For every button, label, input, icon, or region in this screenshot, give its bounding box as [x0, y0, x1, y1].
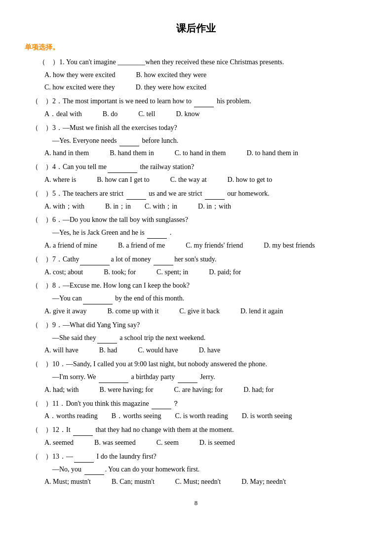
q3-text2: —Yes. Everyone needs before lunch. — [25, 135, 367, 147]
question-3: （ ）3．—Must we finish all the exercises t… — [25, 122, 367, 159]
q9-text: （ ）9．—What did Yang Ying say? — [25, 319, 367, 331]
q4-options: A. where is B. how can I get to C. the w… — [44, 174, 367, 186]
section-label: 单项选择。 — [25, 42, 367, 53]
question-11: （ ）11．Don't you think this magazine ？ A．… — [25, 398, 367, 423]
question-2: （ ）2．The most important is we need to le… — [25, 95, 367, 120]
q12-text: （ ）12．It that they had no change with th… — [25, 424, 367, 436]
q4-text: （ ）4．Can you tell me the railway station… — [25, 161, 367, 173]
q10-text2: —I'm sorry. We a birthday party Jerry. — [25, 371, 367, 383]
question-4: （ ）4．Can you tell me the railway station… — [25, 161, 367, 186]
q3-options: A. hand in them B. hand them in C. to ha… — [44, 147, 367, 159]
q6-text2: —Yes, he is Jack Green and he is . — [25, 227, 367, 239]
q10-text: （ ）10．—Sandy, I called you at 9:00 last … — [25, 358, 367, 370]
q1-options: A. how they were excited B. how excited … — [44, 69, 367, 81]
q11-text: （ ）11．Don't you think this magazine ？ — [25, 398, 367, 410]
q8-text2: —You can by the end of this month. — [25, 293, 367, 304]
question-8: （ ）8．—Excuse me. How long can I keep the… — [25, 280, 367, 317]
q3-text: （ ）3．—Must we finish all the exercises t… — [25, 122, 367, 134]
questions-container: （ ）1. You can't imagine ________when the… — [25, 56, 367, 488]
question-13: （ ）13．— I do the laundry first? —No, you… — [25, 451, 367, 488]
question-7: （ ）7．Cathya lot of money her son's study… — [25, 254, 367, 278]
q5-options: A. with；with B. in；in C. with；in D. in；w… — [44, 201, 367, 213]
q13-options: A. Must; mustn't B. Can; mustn't C. Must… — [44, 476, 367, 488]
question-5: （ ）5．The teachers are strict us and we a… — [25, 188, 367, 213]
question-10: （ ）10．—Sandy, I called you at 9:00 last … — [25, 358, 367, 395]
q9-options: A. will have B. had C. would have D. hav… — [44, 344, 367, 356]
q12-options: A. seemed B. was seemed C. seem D. is se… — [44, 437, 367, 449]
q11-options: A．worths reading B．worths seeing C. is w… — [44, 410, 367, 422]
q1-options2: C. how excited were they D. they were ho… — [44, 82, 367, 93]
q10-options: A. had; with B. were having; for C. are … — [44, 384, 367, 396]
q9-text2: —She said they a school trip the next we… — [25, 332, 367, 344]
q8-text: （ ）8．—Excuse me. How long can I keep the… — [25, 280, 367, 292]
q13-text: （ ）13．— I do the laundry first? — [25, 451, 367, 463]
q2-options: A．deal with B. do C. tell D. know — [44, 108, 367, 120]
question-9: （ ）9．—What did Yang Ying say? —She said … — [25, 319, 367, 356]
q1-text: （ ）1. You can't imagine ________when the… — [25, 56, 367, 68]
q6-options: A. a friend of mine B. a friend of me C.… — [44, 240, 367, 252]
q8-options: A. give it away B. come up with it C. gi… — [44, 305, 367, 317]
q2-text: （ ）2．The most important is we need to le… — [25, 95, 367, 107]
page-number: 8 — [25, 498, 367, 509]
q7-options: A. cost; about B. took; for C. spent; in… — [44, 266, 367, 278]
q6-text: （ ）6．—Do you know the tall boy with sung… — [25, 214, 367, 226]
page-title: 课后作业 — [25, 20, 367, 37]
q5-text: （ ）5．The teachers are strict us and we a… — [25, 188, 367, 200]
q13-text2: —No, you . You can do your homework firs… — [25, 464, 367, 475]
q7-text: （ ）7．Cathya lot of money her son's study… — [25, 254, 367, 265]
question-12: （ ）12．It that they had no change with th… — [25, 424, 367, 449]
question-1: （ ）1. You can't imagine ________when the… — [25, 56, 367, 93]
question-6: （ ）6．—Do you know the tall boy with sung… — [25, 214, 367, 251]
